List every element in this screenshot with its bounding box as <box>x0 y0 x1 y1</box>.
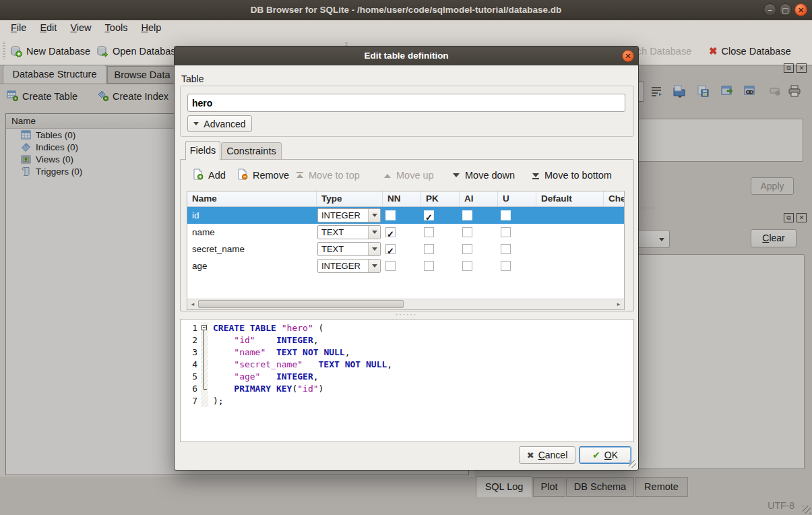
db-open-icon <box>96 45 108 57</box>
move-to-top-button[interactable]: Move to top <box>296 166 360 184</box>
action-label: Move down <box>465 170 515 181</box>
nn-cell <box>383 224 421 241</box>
pk-checkbox[interactable] <box>424 210 434 220</box>
ok-button[interactable]: ✔ OK <box>579 446 631 464</box>
add-button[interactable]: Add <box>192 166 226 184</box>
toolbar-grip[interactable] <box>3 42 5 59</box>
sql-preview: 1CREATE TABLE "hero" (2 "id" INTEGER,3 "… <box>180 319 634 442</box>
ai-checkbox[interactable] <box>462 244 472 254</box>
close-database-button[interactable]: ✖ Close Database <box>709 42 791 60</box>
check-cell[interactable] <box>604 224 625 241</box>
nn-cell <box>383 207 421 224</box>
nn-checkbox[interactable] <box>385 227 396 237</box>
check-cell[interactable] <box>604 258 625 274</box>
open-database-button[interactable]: Open Database <box>96 42 181 60</box>
type-combobox[interactable]: INTEGER <box>317 259 381 273</box>
field-row-id[interactable]: idINTEGER <box>187 207 624 224</box>
menu-file[interactable]: File <box>4 20 33 35</box>
menu-help[interactable]: Help <box>134 20 168 35</box>
close-icon[interactable]: ✕ <box>794 3 807 16</box>
nn-checkbox[interactable] <box>385 244 396 254</box>
u-checkbox[interactable] <box>501 210 511 220</box>
cancel-button[interactable]: ✖ Cancel <box>519 446 575 464</box>
field-row-secret_name[interactable]: secret_nameTEXT <box>187 241 624 258</box>
line-number: 7 <box>181 395 201 407</box>
tab-fields[interactable]: Fields <box>185 141 220 160</box>
tab-constraints[interactable]: Constraints <box>221 142 282 160</box>
menu-edit[interactable]: Edit <box>33 20 63 35</box>
advanced-label: Advanced <box>204 119 245 129</box>
default-cell[interactable] <box>536 224 604 241</box>
line-number: 1 <box>181 322 201 334</box>
pk-checkbox[interactable] <box>424 261 434 271</box>
line-number: 4 <box>181 359 201 371</box>
default-cell[interactable] <box>536 258 604 274</box>
u-checkbox[interactable] <box>501 244 511 254</box>
menu-tools[interactable]: Tools <box>98 20 135 35</box>
horizontal-scrollbar[interactable]: ◂ ▸ <box>187 299 624 309</box>
grid-header-row: NameTypeNNPKAIUDefaultCheck <box>187 191 624 207</box>
sql-line: 2 "id" INTEGER, <box>181 334 633 346</box>
type-combobox[interactable]: INTEGER <box>317 208 381 222</box>
field-type-cell: INTEGER <box>317 207 383 224</box>
move-down-button[interactable]: Move down <box>452 166 515 184</box>
menu-view[interactable]: View <box>63 20 98 35</box>
scroll-left-icon[interactable]: ◂ <box>187 299 198 309</box>
ai-checkbox[interactable] <box>462 261 472 271</box>
check-cell[interactable] <box>604 241 625 258</box>
table-name-input[interactable] <box>187 94 625 112</box>
app-window: DB Browser for SQLite - /home/user/code/… <box>0 0 812 515</box>
field-name-cell[interactable]: secret_name <box>187 241 317 258</box>
u-checkbox[interactable] <box>501 261 511 271</box>
cancel-x-icon: ✖ <box>527 450 534 460</box>
fold-margin <box>201 383 208 395</box>
type-combobox[interactable]: TEXT <box>317 242 381 256</box>
line-number: 2 <box>181 334 201 346</box>
nn-cell <box>383 258 421 274</box>
edit-table-definition-dialog: Edit table definition ✕ Table Advanced F… <box>174 46 639 471</box>
advanced-button[interactable]: Advanced <box>187 115 252 132</box>
fold-margin <box>201 371 208 383</box>
dialog-close-icon[interactable]: ✕ <box>622 50 634 62</box>
column-header-default: Default <box>536 191 604 206</box>
default-cell[interactable] <box>536 241 604 258</box>
ai-checkbox[interactable] <box>462 227 472 237</box>
field-row-age[interactable]: ageINTEGER <box>187 258 624 274</box>
pk-checkbox[interactable] <box>424 244 434 254</box>
ok-check-icon: ✔ <box>592 450 600 460</box>
u-cell <box>498 258 536 274</box>
field-row-name[interactable]: nameTEXT <box>187 224 624 241</box>
dialog-splitter[interactable]: ······ <box>175 313 638 317</box>
field-name-cell[interactable]: id <box>187 207 317 224</box>
default-cell[interactable] <box>536 207 604 224</box>
open-database-label: Open Database <box>113 46 181 57</box>
move-up-button[interactable]: Move up <box>383 166 434 184</box>
menubar: FileEditViewToolsHelp <box>0 20 812 37</box>
close-database-label: Close Database <box>722 46 791 57</box>
move-to-bottom-button[interactable]: Move to bottom <box>532 166 612 184</box>
ai-checkbox[interactable] <box>462 210 472 220</box>
maximize-icon[interactable]: ▢ <box>779 3 792 16</box>
nn-checkbox[interactable] <box>385 261 396 271</box>
u-checkbox[interactable] <box>501 227 511 237</box>
dialog-resize-grip[interactable] <box>629 460 636 468</box>
field-name-cell[interactable]: name <box>187 224 317 241</box>
new-database-button[interactable]: New Database <box>10 42 90 60</box>
field-type-cell: TEXT <box>317 224 383 241</box>
sql-code: "secret_name" TEXT NOT NULL, <box>208 359 392 371</box>
dialog-titlebar[interactable]: Edit table definition ✕ <box>175 47 638 65</box>
fold-marker-icon[interactable] <box>201 322 208 334</box>
line-number: 3 <box>181 346 201 359</box>
scroll-right-icon[interactable]: ▸ <box>613 299 624 309</box>
check-cell[interactable] <box>604 207 625 224</box>
move-down-icon <box>452 171 460 179</box>
fold-margin <box>201 346 208 359</box>
minimize-icon[interactable]: − <box>763 3 776 16</box>
pk-checkbox[interactable] <box>424 227 434 237</box>
field-name-cell[interactable]: age <box>187 258 317 274</box>
nn-checkbox[interactable] <box>385 210 396 220</box>
remove-button[interactable]: Remove <box>237 166 289 184</box>
type-combobox[interactable]: TEXT <box>317 225 381 239</box>
scrollbar-thumb[interactable] <box>198 300 404 308</box>
u-cell <box>498 241 536 258</box>
